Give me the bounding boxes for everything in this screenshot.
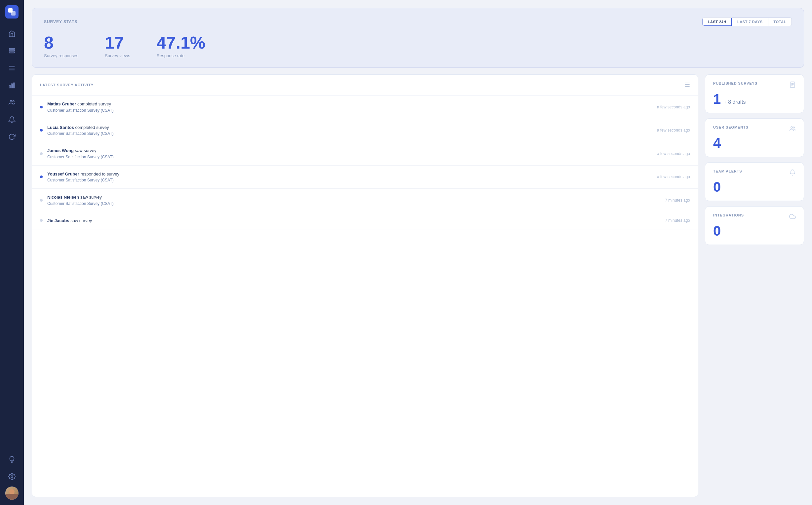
svg-rect-0 xyxy=(9,48,15,49)
card-published-surveys: PUBLISHED SURVEYS 1+ 8 drafts xyxy=(705,74,804,113)
sidebar-item-audience[interactable] xyxy=(5,95,19,110)
sidebar-item-surveys[interactable] xyxy=(5,44,19,58)
tab-total[interactable]: TOTAL xyxy=(768,18,792,26)
bell-card-icon xyxy=(789,169,796,177)
activity-time-4: 7 minutes ago xyxy=(665,198,690,203)
stat-rate: 47.1% Response rate xyxy=(157,34,205,58)
main-content: SURVEY STATS LAST 24H LAST 7 DAYS TOTAL … xyxy=(24,0,812,505)
svg-point-17 xyxy=(793,127,795,128)
activity-name-5: Jie Jacobs xyxy=(47,218,69,223)
stat-responses: 8 Survey responses xyxy=(44,34,78,58)
activity-text-0: Matias Gruber completed survey Customer … xyxy=(47,101,652,113)
team-alerts-number: 0 xyxy=(713,180,796,194)
sidebar-item-analytics[interactable] xyxy=(5,78,19,93)
activity-item-3[interactable]: Youssef Gruber responded to survey Custo… xyxy=(32,166,698,189)
activity-survey-1: Customer Satisfaction Survey (CSAT) xyxy=(47,131,652,137)
stats-card-title: SURVEY STATS xyxy=(44,19,77,24)
activity-item-5[interactable]: Jie Jacobs saw survey 7 minutes ago xyxy=(32,212,698,230)
right-sidebar: PUBLISHED SURVEYS 1+ 8 drafts xyxy=(705,74,804,497)
activity-time-1: a few seconds ago xyxy=(657,128,690,133)
activity-name-1: Lucia Santos xyxy=(47,125,74,130)
activity-header: LATEST SURVEY ACTIVITY ☰ xyxy=(32,75,698,96)
card-team-alerts: TEAM ALERTS 0 xyxy=(705,162,804,201)
activity-text-2: James Wong saw survey Customer Satisfact… xyxy=(47,147,652,160)
activity-item-2[interactable]: James Wong saw survey Customer Satisfact… xyxy=(32,142,698,166)
stats-numbers: 8 Survey responses 17 Survey views 47.1%… xyxy=(44,34,792,58)
svg-rect-6 xyxy=(9,85,11,88)
svg-rect-7 xyxy=(11,83,13,88)
audience-card-icon xyxy=(789,125,796,134)
sidebar-bottom xyxy=(5,452,19,500)
activity-list: Matias Gruber completed survey Customer … xyxy=(32,96,698,229)
bar-chart-icon xyxy=(8,81,16,89)
home-icon xyxy=(8,30,16,37)
card-user-segments: USER SEGMENTS 4 xyxy=(705,118,804,157)
sidebar-item-settings[interactable] xyxy=(5,469,19,484)
stat-rate-label: Response rate xyxy=(157,53,205,58)
activity-survey-2: Customer Satisfaction Survey (CSAT) xyxy=(47,154,652,160)
document-icon xyxy=(789,81,796,90)
stat-responses-value: 8 xyxy=(44,34,78,51)
sidebar-item-notifications[interactable] xyxy=(5,112,19,127)
activity-item-0[interactable]: Matias Gruber completed survey Customer … xyxy=(32,96,698,119)
activity-name-3: Youssef Gruber xyxy=(47,172,79,176)
activity-survey-0: Customer Satisfaction Survey (CSAT) xyxy=(47,108,652,113)
activity-item-1[interactable]: Lucia Santos completed survey Customer S… xyxy=(32,119,698,142)
bell-icon xyxy=(8,116,16,123)
activity-dot-1 xyxy=(40,129,43,132)
gear-icon xyxy=(8,473,16,480)
activity-action-0: completed survey xyxy=(77,102,111,107)
sidebar-item-menu[interactable] xyxy=(5,61,19,75)
card-team-alerts-title: TEAM ALERTS xyxy=(713,169,742,173)
activity-menu-icon[interactable]: ☰ xyxy=(685,81,690,89)
published-surveys-number: 1 xyxy=(713,91,721,107)
activity-text-1: Lucia Santos completed survey Customer S… xyxy=(47,124,652,137)
card-published-surveys-value: 1+ 8 drafts xyxy=(713,92,796,106)
menu-icon xyxy=(8,64,16,72)
svg-rect-1 xyxy=(9,50,15,51)
published-surveys-sub: + 8 drafts xyxy=(723,99,746,105)
card-user-segments-header: USER SEGMENTS xyxy=(713,125,796,134)
cloud-icon xyxy=(789,213,796,221)
sidebar-item-ideas[interactable] xyxy=(5,452,19,467)
card-published-surveys-title: PUBLISHED SURVEYS xyxy=(713,81,758,85)
activity-action-1: completed survey xyxy=(75,125,109,130)
sidebar-item-refresh[interactable] xyxy=(5,130,19,144)
lightbulb-icon xyxy=(8,456,16,463)
activity-dot-3 xyxy=(40,175,43,178)
user-segments-number: 4 xyxy=(713,136,796,150)
audience-icon xyxy=(8,99,16,106)
user-avatar[interactable] xyxy=(5,487,18,500)
activity-action-2: saw survey xyxy=(75,148,97,153)
stat-rate-value: 47.1% xyxy=(157,34,205,51)
refresh-icon xyxy=(8,133,16,141)
activity-title: LATEST SURVEY ACTIVITY xyxy=(40,83,94,87)
sidebar xyxy=(0,0,24,505)
tab-last24h[interactable]: LAST 24H xyxy=(702,18,732,26)
avatar-image xyxy=(5,487,18,500)
card-integrations-header: INTEGRATIONS xyxy=(713,213,796,221)
stats-card-header: SURVEY STATS LAST 24H LAST 7 DAYS TOTAL xyxy=(44,17,792,26)
activity-survey-3: Customer Satisfaction Survey (CSAT) xyxy=(47,177,652,183)
activity-dot-2 xyxy=(40,152,43,155)
activity-time-5: 7 minutes ago xyxy=(665,218,690,223)
activity-time-0: a few seconds ago xyxy=(657,105,690,110)
activity-dot-0 xyxy=(40,106,43,109)
activity-time-2: a few seconds ago xyxy=(657,151,690,156)
stat-responses-label: Survey responses xyxy=(44,53,78,58)
svg-point-9 xyxy=(10,101,12,103)
list-icon xyxy=(8,47,16,54)
activity-name-2: James Wong xyxy=(47,148,74,153)
sidebar-item-home[interactable] xyxy=(5,26,19,41)
stat-views: 17 Survey views xyxy=(105,34,130,58)
bottom-section: LATEST SURVEY ACTIVITY ☰ Matias Gruber c… xyxy=(32,74,804,497)
logo[interactable] xyxy=(5,5,18,18)
tab-last7days[interactable]: LAST 7 DAYS xyxy=(732,18,768,26)
svg-rect-2 xyxy=(9,52,15,53)
svg-point-16 xyxy=(791,127,793,128)
card-user-segments-title: USER SEGMENTS xyxy=(713,125,749,129)
card-team-alerts-header: TEAM ALERTS xyxy=(713,169,796,177)
card-integrations: INTEGRATIONS 0 xyxy=(705,206,804,245)
stats-tabs: LAST 24H LAST 7 DAYS TOTAL xyxy=(702,17,792,26)
activity-item-4[interactable]: Nicolas Nielsen saw survey Customer Sati… xyxy=(32,189,698,212)
